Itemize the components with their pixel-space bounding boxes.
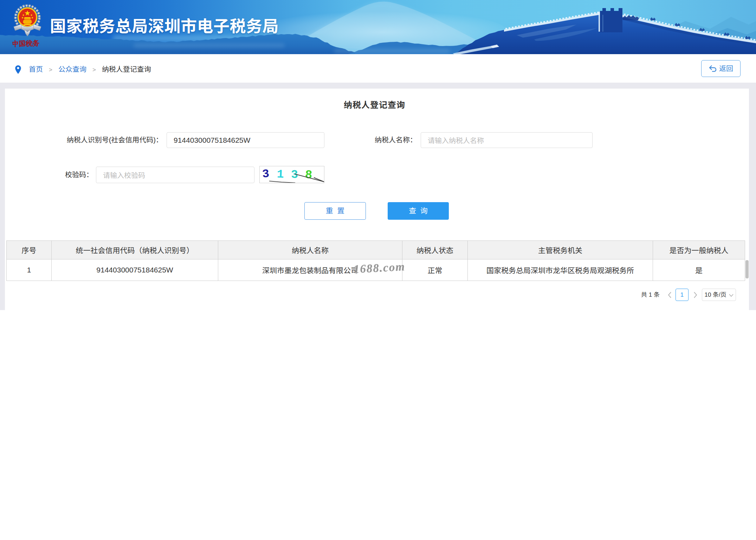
svg-text:8: 8 bbox=[305, 168, 313, 182]
svg-text:3: 3 bbox=[262, 167, 270, 181]
svg-text:1: 1 bbox=[277, 168, 284, 181]
